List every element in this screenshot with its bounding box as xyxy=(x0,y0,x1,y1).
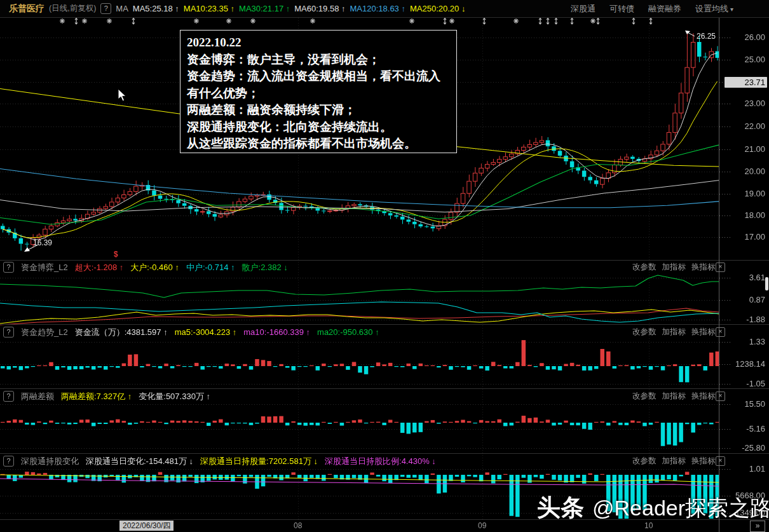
current-price-tag: 23.71 xyxy=(725,77,767,88)
note-line: 从这些跟踪资金的指标都看不出市场机会。 xyxy=(187,135,450,153)
title-bar: 乐普医疗 (日线,前复权) ? MA MA5:25.18 ↑ MA10:23.3… xyxy=(0,0,769,18)
indicator-name[interactable]: 两融差额 xyxy=(21,391,54,402)
change-params-button[interactable]: 改参数 xyxy=(632,391,657,402)
ma250-value: MA250:20.20 ↓ xyxy=(410,4,465,13)
add-indicator-button[interactable]: 加指标 xyxy=(662,262,686,273)
axis-scrollbar-thumb[interactable] xyxy=(765,277,768,290)
panel-separator xyxy=(0,324,769,325)
close-icon[interactable]: × xyxy=(716,327,725,337)
switch-indicator-button[interactable]: 换指标 xyxy=(691,456,716,467)
watermark: 头条 @Reader探索之路 xyxy=(537,492,769,524)
indicator-name[interactable]: 深股通持股变化 xyxy=(21,456,79,467)
note-line: 有什么优势； xyxy=(187,85,450,102)
value-zhonghu: 中户:-0.714 ↑ xyxy=(186,262,235,273)
value-chigulian: 深股通当日持股量:7202.581万 ↓ xyxy=(200,456,318,467)
stock-name: 乐普医疗 xyxy=(9,3,44,15)
up-arrow-icon: ↑ xyxy=(119,263,124,272)
month-label-08: 08 xyxy=(294,521,302,530)
ma-group-label: MA xyxy=(116,4,128,13)
stock-app-window: { "title_bar": { "stock_name": "乐普医疗", "… xyxy=(0,0,769,532)
price-axis-tick: 17.00 xyxy=(726,232,765,242)
switch-indicator-button[interactable]: 换指标 xyxy=(691,391,716,402)
panel3-axis-tick: -5.16 xyxy=(726,424,765,434)
up-arrow-icon: ↑ xyxy=(401,4,405,13)
month-label-09: 09 xyxy=(478,521,486,530)
help-icon[interactable]: ? xyxy=(3,456,14,467)
title-bar-left: 乐普医疗 (日线,前复权) ? MA MA5:25.18 ↑ MA10:23.3… xyxy=(0,3,465,15)
period-label: (日线,前复权) xyxy=(49,3,96,14)
close-icon[interactable]: × xyxy=(716,392,725,401)
up-arrow-icon: ↑ xyxy=(128,392,132,401)
help-icon[interactable]: ? xyxy=(100,3,111,14)
value-ma20: ma20:-950.630 ↑ xyxy=(317,327,379,337)
down-arrow-icon: ↓ xyxy=(283,263,288,272)
price-axis-tick: 19.00 xyxy=(726,189,765,199)
down-arrow-icon: ↓ xyxy=(432,456,436,466)
panel2-axis-tick: 1238.14 xyxy=(726,359,765,369)
panel-header-shengutong: ? 深股通持股变化 深股通当日变化:-154.481万 ↓ 深股通当日持股量:7… xyxy=(0,454,769,468)
up-arrow-icon: ↑ xyxy=(175,4,179,13)
change-params-button[interactable]: 改参数 xyxy=(632,327,657,338)
up-arrow-icon: ↑ xyxy=(286,4,290,13)
up-arrow-icon: ↑ xyxy=(231,263,235,272)
chevron-down-icon: ▾ xyxy=(730,6,733,13)
panel1-axis-tick: 3.61 xyxy=(726,273,765,283)
panel-separator xyxy=(0,453,769,454)
add-indicator-button[interactable]: 加指标 xyxy=(662,391,686,402)
up-arrow-icon: ↑ xyxy=(231,4,235,13)
panel-header-zijinqushi: ? 资金趋势_L2 资金流（万）:4381.597 ↑ ma5:-3004.22… xyxy=(0,325,769,339)
panel-header-zijinboyi: ? 资金博弈_L2 超大:-1.208 ↑ 大户:-0.460 ↑ 中户:-0.… xyxy=(0,261,769,274)
value-ma10: ma10:-1660.339 ↑ xyxy=(243,327,310,337)
link-kezhuanzhai[interactable]: 可转债 xyxy=(609,3,634,15)
analyst-note-box: 2022.10.22 资金博弈：散户主导，没看到机会； 资金趋势：流入流出资金规… xyxy=(180,30,457,153)
note-line: 资金博弈：散户主导，没看到机会； xyxy=(187,51,450,69)
help-icon[interactable]: ? xyxy=(3,391,14,402)
watermark-handle: @Reader探索之路 xyxy=(592,494,769,523)
note-line: 深股通持股变化：北向资金持续流出。 xyxy=(187,119,450,136)
price-axis-tick: 25.00 xyxy=(726,55,765,65)
up-arrow-icon: ↑ xyxy=(375,327,379,337)
price-axis-tick: 20.00 xyxy=(726,167,765,177)
value-dangribianh: 深股通当日变化:-154.481万 ↓ xyxy=(86,456,193,467)
help-icon[interactable]: ? xyxy=(3,327,14,338)
price-axis-tick: 26.00 xyxy=(726,32,765,43)
link-shengutong[interactable]: 深股通 xyxy=(571,3,595,15)
note-date: 2022.10.22 xyxy=(187,34,450,51)
help-icon[interactable]: ? xyxy=(3,262,14,273)
add-indicator-button[interactable]: 加指标 xyxy=(662,456,686,467)
mouse-cursor xyxy=(118,88,128,102)
dividend-event-marker: $ xyxy=(114,250,118,259)
switch-indicator-button[interactable]: 换指标 xyxy=(691,327,716,338)
close-icon[interactable]: × xyxy=(716,456,725,466)
change-params-button[interactable]: 改参数 xyxy=(632,262,657,273)
value-dahu: 大户:-0.460 ↑ xyxy=(130,262,179,273)
up-arrow-icon: ↑ xyxy=(341,4,346,13)
high-price-label: 26.25 xyxy=(697,32,716,41)
switch-indicator-button[interactable]: 换指标 xyxy=(691,262,716,273)
down-arrow-icon: ↓ xyxy=(189,456,194,466)
ma30-value: MA30:21.17 ↑ xyxy=(239,4,290,13)
link-rongzirongquan[interactable]: 融资融券 xyxy=(648,3,681,15)
up-arrow-icon: ↑ xyxy=(175,263,179,272)
value-zijinliu: 资金流（万）:4381.597 ↑ xyxy=(75,327,168,338)
close-icon[interactable]: × xyxy=(716,263,725,272)
change-params-button[interactable]: 改参数 xyxy=(632,456,657,467)
panel1-axis-tick: -1.88 xyxy=(726,315,765,325)
indicator-name[interactable]: 资金博弈_L2 xyxy=(21,262,68,273)
ma-settings-dropdown[interactable]: 设置均线▾ xyxy=(695,3,733,15)
down-arrow-icon: ↓ xyxy=(314,456,318,466)
ma60-value: MA60:19.58 ↑ xyxy=(294,4,345,13)
value-liangrongchae: 两融差额:7.327亿 ↑ xyxy=(61,391,132,402)
value-chigubili: 深股通当日持股比例:4.430% ↓ xyxy=(325,456,436,467)
price-axis-tick: 21.00 xyxy=(726,144,765,154)
first-date-badge: 2022/06/30/四 xyxy=(119,521,174,531)
value-ma5: ma5:-3004.223 ↑ xyxy=(175,327,237,337)
value-sanhu: 散户:2.382 ↓ xyxy=(242,262,288,273)
add-indicator-button[interactable]: 加指标 xyxy=(662,327,686,338)
up-arrow-icon: ↑ xyxy=(163,327,168,337)
up-arrow-icon: ↑ xyxy=(306,327,311,337)
note-line: 资金趋势：流入流出资金规模相当，看不出流入 xyxy=(187,68,450,85)
up-arrow-icon: ↑ xyxy=(207,392,211,401)
low-price-label: 16.39 xyxy=(33,238,52,247)
indicator-name[interactable]: 资金趋势_L2 xyxy=(21,327,68,338)
